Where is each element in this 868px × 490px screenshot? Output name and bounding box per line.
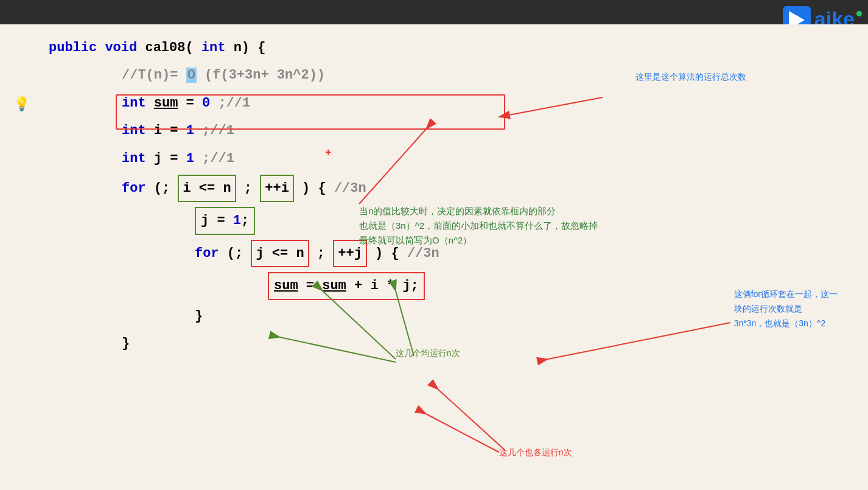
logo-dot	[856, 11, 862, 16]
kw-int-j: int	[122, 151, 146, 166]
ann-right-block: 这俩for循环套在一起，这一 块的运行次数就是 3n*3n，也就是（3n）^2	[734, 287, 838, 331]
kw-int-sum: int	[122, 96, 146, 111]
box-j1-inline: j = 1;	[195, 207, 255, 234]
comment-1b: ;//1	[202, 123, 234, 138]
kw-void: void	[105, 40, 137, 55]
num-1a: 1	[186, 123, 194, 138]
code-line-6: for (; i <= n ; ++i ) { //3n	[122, 175, 439, 202]
comment-1a: ;//1	[218, 96, 250, 111]
svg-line-14	[426, 414, 499, 452]
box-jlen-inline: j <= n	[251, 240, 309, 267]
plus-sign: +	[325, 143, 332, 162]
kw-public: public	[49, 40, 97, 55]
annotation-top-right: 这里是这个算法的运行总次数	[635, 72, 746, 83]
comment-3n-inner: //3n	[407, 246, 439, 261]
comment-tn3: 3n^2))	[277, 68, 325, 83]
highlight-zero: O	[186, 68, 197, 83]
svg-line-15	[438, 390, 505, 450]
svg-line-8	[499, 97, 603, 117]
svg-line-13	[548, 323, 730, 359]
kw-for-inner: for	[195, 246, 219, 261]
kw-int-i: int	[122, 123, 146, 138]
ann-line3: 最终就可以简写为O（n^2）	[359, 233, 598, 248]
box-sum-inline: sum = sum + i * j;	[268, 272, 425, 299]
box-ilen-inline: i <= n	[178, 175, 236, 202]
comment-tn2: (f(3+3n+	[205, 68, 269, 83]
ann-right-2: 块的运行次数就是	[734, 302, 838, 317]
ann-n-times-bottom: 这几个也各运行n次	[499, 447, 572, 458]
ann-line1: 当n的值比较大时，决定的因素就依靠框内的部分	[359, 204, 598, 219]
box-ppi-inline: ++i	[260, 175, 294, 202]
code-line-1: public void cal08( int n) {	[49, 37, 439, 59]
screen: aike 开 💡 public void cal08( int n) { //T…	[0, 0, 868, 490]
code-line-5: int j = 1 ;//1	[122, 147, 439, 170]
code-area: public void cal08( int n) { //T(n)= O (f…	[49, 37, 439, 355]
content-area: 💡 public void cal08( int n) { //T(n)= O …	[0, 24, 868, 490]
num-0: 0	[202, 96, 210, 111]
kw-int-1: int	[201, 40, 226, 55]
code-line-2: //T(n)= O (f(3+3n+ 3n^2))	[122, 64, 439, 86]
num-1b: 1	[186, 151, 194, 166]
code-line-3: int sum = 0 ;//1	[122, 92, 439, 114]
code-line-4: int i = 1 ;//1	[122, 119, 439, 142]
ann-right-3: 3n*3n，也就是（3n）^2	[734, 317, 838, 331]
comment-1c: ;//1	[202, 151, 234, 166]
ann-right-1: 这俩for循环套在一起，这一	[734, 287, 838, 302]
code-line-9: sum = sum + i * j;	[268, 272, 439, 299]
code-line-11: }	[122, 332, 439, 355]
ann-line2: 也就是（3n）^2，前面的小加和也就不算什么了，故忽略掉	[359, 219, 598, 233]
code-line-10: }	[195, 305, 439, 327]
comment-3n-outer: //3n	[334, 181, 366, 196]
top-bar	[0, 0, 868, 24]
kw-for-outer: for	[122, 181, 146, 196]
comment-tn: //T(n)=	[122, 68, 178, 83]
annotation-green-main: 当n的值比较大时，决定的因素就依靠框内的部分 也就是（3n）^2，前面的小加和也…	[359, 204, 598, 248]
hint-icon: 💡	[13, 96, 30, 113]
ann-n-times: 这几个均运行n次	[396, 348, 460, 359]
